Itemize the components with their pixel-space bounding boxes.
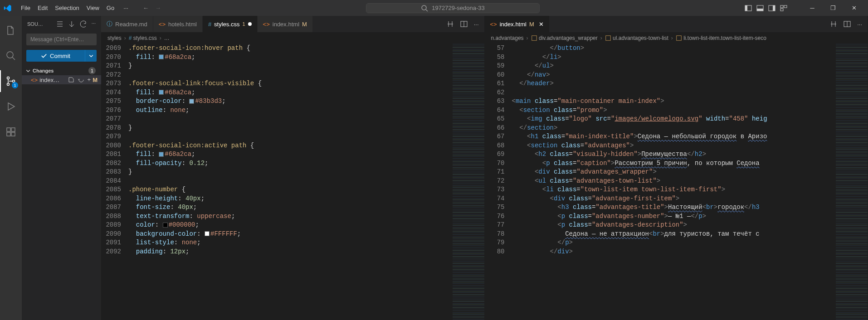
svg-line-12	[12, 57, 15, 60]
scm-refresh-icon[interactable]	[80, 20, 87, 28]
svg-rect-16	[7, 128, 10, 131]
sidebar-title: SOU…	[27, 21, 53, 27]
svg-line-1	[426, 10, 428, 11]
check-icon	[41, 53, 47, 59]
minimap-icon[interactable]	[836, 44, 868, 320]
titlebar: FileEditSelectionViewGo ··· ← → 1972729-…	[0, 0, 868, 16]
tab-index-html[interactable]: <> index.html M	[258, 16, 313, 32]
svg-point-14	[7, 83, 10, 86]
scm-badge: 1	[12, 82, 18, 88]
activity-bar: 1	[0, 16, 22, 320]
commit-button[interactable]: Commit	[26, 50, 85, 62]
open-file-icon[interactable]	[68, 76, 75, 83]
nav-back-icon[interactable]: ←	[143, 5, 149, 11]
scm-more-icon[interactable]: ···	[92, 20, 96, 28]
nav-forward-icon[interactable]: →	[155, 5, 161, 11]
svg-rect-24	[532, 36, 536, 41]
svg-rect-7	[773, 5, 775, 11]
split-editor-icon[interactable]	[844, 20, 851, 28]
compare-icon[interactable]	[830, 20, 837, 28]
breadcrumb-right[interactable]: n.advantages › div.advantages_wrapper › …	[485, 32, 868, 44]
svg-rect-9	[784, 5, 787, 8]
menu-go[interactable]: Go	[103, 3, 118, 13]
sidebar: SOU… ··· Message (Ctrl+Ente… Commit Chan…	[22, 16, 101, 320]
minimize-icon[interactable]: ─	[802, 0, 823, 16]
tab-styles-css[interactable]: # styles.css 1	[203, 16, 258, 32]
scm-message-input[interactable]: Message (Ctrl+Ente…	[26, 34, 97, 45]
svg-rect-17	[7, 132, 10, 136]
change-item[interactable]: <> index… + M	[22, 75, 101, 84]
code-editor-left[interactable]: 2069207020712072207320742075207620772078…	[101, 44, 484, 320]
menu-edit[interactable]: Edit	[34, 3, 51, 13]
layout-sidebar-left-icon[interactable]	[745, 5, 752, 12]
command-center[interactable]: 1972729-sedona-33	[366, 3, 539, 13]
vscode-logo-icon	[4, 4, 12, 12]
svg-rect-5	[757, 9, 763, 11]
commit-dropdown-icon[interactable]	[85, 50, 97, 62]
activity-explorer-icon[interactable]	[0, 19, 22, 41]
scm-view-tree-icon[interactable]	[56, 20, 63, 28]
tabbar-left: ⓘ Readme.md<> hotels.html# styles.css 1 …	[101, 16, 484, 32]
editor-group-right: <> index.html M ✕··· n.advantages › div.…	[485, 16, 868, 320]
tabbar-right: <> index.html M ✕···	[485, 16, 868, 32]
activity-run-icon[interactable]	[0, 96, 22, 117]
discard-icon[interactable]	[78, 76, 85, 83]
maximize-icon[interactable]: ❐	[823, 0, 844, 16]
layout-customize-icon[interactable]	[780, 5, 787, 12]
tab-hotels-html[interactable]: <> hotels.html	[153, 16, 203, 32]
scm-commit-icon[interactable]	[68, 20, 75, 28]
svg-rect-18	[11, 132, 15, 136]
close-tab-icon[interactable]: ✕	[539, 21, 544, 28]
svg-point-13	[7, 77, 10, 79]
menu-overflow-icon[interactable]: ···	[120, 3, 132, 13]
tab-more-icon[interactable]: ···	[474, 21, 479, 28]
tab-index-html[interactable]: <> index.html M ✕	[485, 16, 550, 32]
svg-rect-19	[11, 128, 15, 131]
minimap-icon[interactable]	[453, 44, 484, 320]
menu-view[interactable]: View	[83, 3, 103, 13]
svg-rect-8	[780, 5, 783, 8]
breadcrumb-left[interactable]: styles › # styles.css › …	[101, 32, 484, 44]
workspace-name: 1972729-sedona-33	[432, 5, 484, 11]
changes-count-badge: 1	[88, 67, 96, 74]
svg-rect-25	[606, 36, 611, 41]
search-icon	[421, 5, 428, 12]
activity-source-control-icon[interactable]: 1	[0, 70, 22, 92]
modified-badge: M	[93, 77, 98, 83]
code-editor-right[interactable]: 5758596061626364656667686970717273747576…	[485, 44, 868, 320]
tab-more-icon[interactable]: ···	[857, 21, 862, 28]
close-icon[interactable]: ✕	[844, 0, 864, 16]
activity-extensions-icon[interactable]	[0, 121, 22, 143]
activity-search-icon[interactable]	[0, 45, 22, 67]
svg-point-0	[422, 5, 426, 10]
split-editor-icon[interactable]	[460, 20, 468, 28]
compare-icon[interactable]	[447, 20, 454, 28]
svg-rect-3	[745, 5, 747, 11]
menu-bar: FileEditSelectionViewGo	[17, 5, 118, 11]
changes-section-header[interactable]: Changes 1	[22, 66, 101, 75]
editor-group-left: ⓘ Readme.md<> hotels.html# styles.css 1 …	[101, 16, 485, 320]
tab-Readme-md[interactable]: ⓘ Readme.md	[101, 16, 153, 32]
chevron-down-icon	[25, 68, 31, 73]
layout-sidebar-right-icon[interactable]	[768, 5, 775, 12]
svg-rect-26	[677, 36, 682, 41]
menu-file[interactable]: File	[17, 3, 34, 13]
menu-selection[interactable]: Selection	[51, 3, 83, 13]
svg-rect-10	[780, 9, 783, 11]
svg-point-11	[7, 52, 13, 58]
layout-panel-icon[interactable]	[756, 5, 764, 12]
stage-icon[interactable]: +	[88, 76, 91, 83]
